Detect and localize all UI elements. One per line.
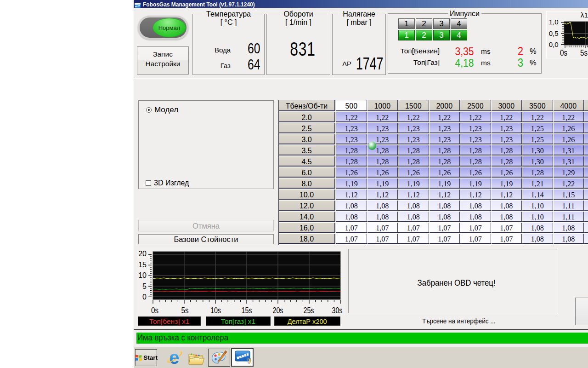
svg-text:20: 20 xyxy=(138,250,147,258)
svg-text:0s: 0s xyxy=(151,305,158,315)
svg-text:e: e xyxy=(169,350,179,366)
svg-text:5s: 5s xyxy=(580,48,588,58)
svg-text:20s: 20s xyxy=(273,305,283,315)
svg-text:15: 15 xyxy=(138,261,147,269)
svg-text:λ1: λ1 xyxy=(581,12,588,19)
svg-text:10: 10 xyxy=(138,271,147,279)
svg-text:0s: 0s xyxy=(560,48,567,58)
svg-text:0: 0 xyxy=(142,293,147,301)
svg-text:5: 5 xyxy=(142,282,147,290)
svg-text:5s: 5s xyxy=(181,305,189,315)
svg-text:30s: 30s xyxy=(332,305,343,315)
svg-text:1,0: 1,0 xyxy=(549,18,559,26)
svg-text:25s: 25s xyxy=(304,305,314,315)
svg-text:0,0: 0,0 xyxy=(549,40,559,48)
svg-text:15s: 15s xyxy=(242,305,252,315)
svg-text:0,5: 0,5 xyxy=(549,29,559,37)
svg-text:10s: 10s xyxy=(210,305,221,315)
